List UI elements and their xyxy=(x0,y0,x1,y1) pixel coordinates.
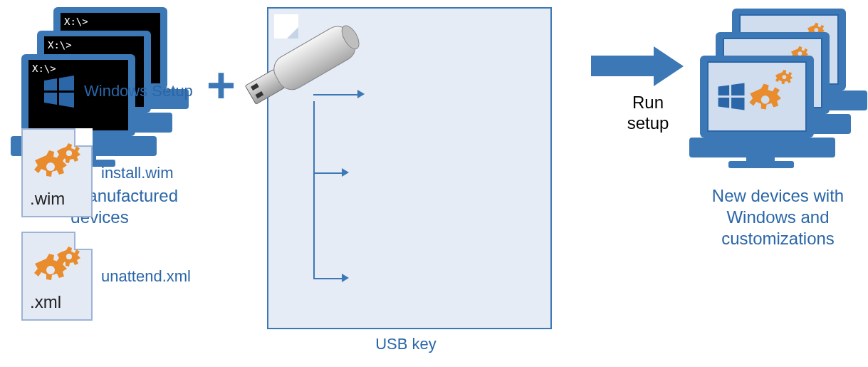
svg-point-10 xyxy=(46,162,55,171)
cmd-prompt: X:\> xyxy=(64,16,88,27)
xml-label: unattend.xml xyxy=(101,267,191,286)
svg-point-29 xyxy=(782,75,786,79)
svg-marker-26 xyxy=(731,83,744,95)
svg-point-9 xyxy=(66,150,72,156)
wim-file-icon: .wim xyxy=(21,128,93,217)
connector-arrow-icon xyxy=(342,274,349,282)
windows-custom-icon xyxy=(708,63,805,130)
svg-marker-6 xyxy=(59,76,74,91)
cmd-prompt: X:\> xyxy=(48,39,72,51)
windows-logo-icon xyxy=(43,75,75,108)
connector-line xyxy=(313,172,342,174)
cmd-prompt: X:\> xyxy=(32,63,56,74)
file-ext: .wim xyxy=(30,189,65,209)
connector-arrow-icon xyxy=(342,168,349,177)
setup-label: Windows Setup xyxy=(84,82,193,100)
action-line2: setup xyxy=(627,113,669,133)
svg-point-11 xyxy=(66,254,72,259)
usb-drive-icon xyxy=(235,20,370,109)
usb-item-setup: Windows Setup xyxy=(43,75,193,108)
svg-marker-7 xyxy=(44,93,57,105)
result-laptop-1 xyxy=(689,56,839,173)
svg-marker-5 xyxy=(44,78,57,91)
connector-line xyxy=(313,94,357,95)
svg-marker-8 xyxy=(59,93,74,108)
usb-caption: USB key xyxy=(335,335,477,353)
file-ext: .xml xyxy=(30,292,61,312)
gears-icon xyxy=(33,143,80,182)
diagram-stage: X:\> X:\> X:\> Newly-manufactured device… xyxy=(0,0,868,367)
usb-item-wim: .wim install.wim xyxy=(21,128,173,217)
svg-marker-28 xyxy=(731,98,744,110)
result-laptops xyxy=(689,9,867,172)
svg-point-30 xyxy=(761,95,770,104)
plus-icon: + xyxy=(206,57,236,114)
xml-file-icon: .xml xyxy=(21,232,93,321)
svg-marker-27 xyxy=(718,98,730,108)
wim-label: install.wim xyxy=(101,164,173,182)
action-label: Run setup xyxy=(605,93,691,134)
connector-line xyxy=(313,101,315,279)
svg-marker-25 xyxy=(718,85,730,95)
action-line1: Run xyxy=(632,93,664,112)
connector-arrow-icon xyxy=(357,90,365,98)
result-caption: New devices with Windows and customizati… xyxy=(687,185,868,249)
process-arrow-icon xyxy=(591,46,691,86)
svg-point-12 xyxy=(46,266,55,274)
usb-item-xml: .xml unattend.xml xyxy=(21,232,191,321)
connector-line xyxy=(313,278,342,279)
gears-icon xyxy=(33,246,80,286)
